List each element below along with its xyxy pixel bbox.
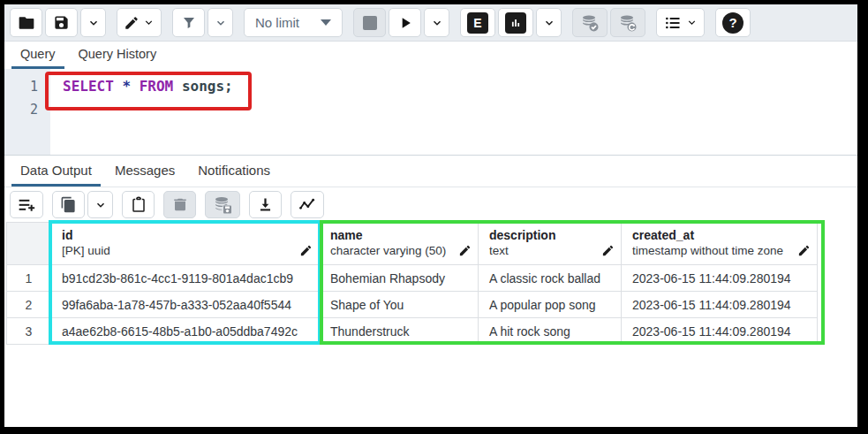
table-row: 2 99fa6aba-1a78-457b-a333-052aa40f5544 S…: [7, 292, 818, 318]
column-header-id[interactable]: id [PK] uuid: [51, 223, 320, 265]
dropdown-arrow-icon: [321, 19, 331, 26]
filter-button-group: [172, 8, 233, 37]
sql-code-area[interactable]: SELECT * FROM songs;: [50, 69, 233, 155]
chevron-down-icon: [431, 17, 443, 29]
sql-editor[interactable]: 1 2 SELECT * FROM songs;: [4, 69, 857, 156]
execute-button[interactable]: [389, 8, 421, 37]
delete-row-button[interactable]: [163, 191, 196, 218]
query-tab-bar: Query Query History: [4, 42, 857, 69]
row-number-cell[interactable]: 2: [7, 292, 51, 318]
line-number: 1: [4, 75, 38, 98]
column-header-name[interactable]: name character varying (50): [320, 223, 479, 265]
row-limit-value: No limit: [255, 15, 299, 30]
data-grid-wrap: id [PK] uuid name character varying (50): [6, 222, 857, 345]
cell-name[interactable]: Thunderstruck: [320, 318, 479, 345]
copy-button[interactable]: [52, 191, 85, 218]
row-number-cell[interactable]: 3: [7, 318, 51, 345]
cell-id[interactable]: 99fa6aba-1a78-457b-a333-052aa40f5544: [51, 292, 320, 318]
download-results-button[interactable]: [249, 191, 282, 218]
edit-dropdown-button[interactable]: [117, 8, 162, 37]
cell-description[interactable]: A popular pop song: [479, 292, 622, 318]
line-number-gutter: 1 2: [4, 69, 50, 155]
filter-funnel-icon: [181, 15, 197, 31]
cell-name[interactable]: Bohemian Rhapsody: [320, 265, 479, 292]
chevron-down-icon: [686, 17, 698, 28]
stop-button[interactable]: [353, 8, 386, 37]
copy-options-dropdown[interactable]: [87, 191, 113, 218]
chevron-down-icon: [215, 17, 227, 29]
cell-created-at[interactable]: 2023-06-15 11:44:09.280194: [622, 292, 818, 318]
pencil-icon: [124, 15, 140, 31]
chevron-down-icon: [94, 199, 107, 211]
paste-button[interactable]: [122, 191, 155, 218]
explain-icon: E: [467, 12, 488, 34]
filter-button[interactable]: [172, 8, 205, 37]
filter-options-dropdown[interactable]: [208, 8, 233, 37]
edit-column-icon[interactable]: [601, 244, 615, 257]
query-tool-window: No limit E: [0, 0, 868, 434]
save-icon: [53, 14, 70, 31]
sql-keyword-select: SELECT: [63, 78, 114, 95]
play-icon: [396, 14, 414, 32]
add-row-button[interactable]: [10, 191, 43, 218]
save-options-dropdown[interactable]: [80, 8, 106, 37]
header-row: id [PK] uuid name character varying (50): [7, 223, 818, 265]
cell-created-at[interactable]: 2023-06-15 11:44:09.280194: [622, 265, 818, 292]
select-all-corner-cell[interactable]: [7, 223, 51, 265]
cell-id[interactable]: b91cd23b-861c-4cc1-9119-801a4dac1cb9: [51, 265, 320, 292]
execute-options-dropdown[interactable]: [424, 8, 449, 37]
edit-column-icon[interactable]: [458, 244, 472, 257]
results-toolbar: [4, 187, 857, 222]
sql-keyword-from: FROM: [140, 78, 174, 95]
save-file-button[interactable]: [45, 8, 78, 37]
tab-notifications[interactable]: Notifications: [189, 157, 279, 187]
save-data-changes-button[interactable]: [205, 191, 240, 218]
graph-visualiser-button[interactable]: [291, 191, 324, 218]
explain-options-dropdown[interactable]: [536, 8, 562, 37]
sql-star-operator: *: [122, 78, 131, 95]
results-table: id [PK] uuid name character varying (50): [6, 222, 818, 345]
trash-icon: [172, 196, 188, 213]
stop-icon: [363, 16, 377, 30]
column-header-description[interactable]: description text: [479, 223, 622, 265]
tab-query-history[interactable]: Query History: [70, 42, 166, 69]
column-header-created-at[interactable]: created_at timestamp without time zone: [622, 223, 818, 265]
edit-column-icon[interactable]: [797, 244, 811, 257]
download-icon: [257, 196, 274, 213]
chevron-down-icon: [543, 17, 555, 29]
explain-button[interactable]: E: [460, 8, 495, 37]
cell-created-at[interactable]: 2023-06-15 11:44:09.280194: [622, 318, 818, 345]
tab-messages[interactable]: Messages: [106, 157, 184, 187]
row-limit-select[interactable]: No limit: [244, 8, 343, 37]
macros-dropdown-button[interactable]: [656, 8, 705, 37]
table-row: 1 b91cd23b-861c-4cc1-9119-801a4dac1cb9 B…: [7, 265, 818, 292]
line-number: 2: [4, 98, 38, 121]
transaction-button-group: [572, 8, 645, 37]
list-icon: [663, 14, 683, 32]
cell-id[interactable]: a4ae62b8-6615-48b5-a1b0-a05ddba7492c: [51, 318, 320, 345]
explain-analyze-button[interactable]: [498, 8, 533, 37]
query-toolbar: No limit E: [4, 4, 857, 42]
rollback-database-icon: [617, 12, 638, 34]
help-button[interactable]: ?: [715, 8, 751, 37]
chevron-down-icon: [143, 17, 155, 28]
edit-column-icon[interactable]: [299, 244, 313, 257]
tab-data-output[interactable]: Data Output: [11, 157, 101, 187]
cell-description[interactable]: A hit rock song: [479, 318, 622, 345]
open-file-button[interactable]: [10, 8, 42, 37]
sql-table-reference: songs;: [182, 78, 233, 95]
clipboard-icon: [131, 196, 147, 213]
rollback-button[interactable]: [610, 8, 645, 37]
edit-button-group: [117, 8, 162, 37]
help-icon: ?: [722, 12, 743, 34]
add-row-icon: [17, 196, 36, 214]
row-number-cell[interactable]: 1: [7, 265, 51, 292]
cell-name[interactable]: Shape of You: [320, 292, 479, 318]
explain-button-group: E: [460, 8, 562, 37]
help-button-group: ?: [715, 8, 751, 37]
folder-icon: [18, 14, 35, 32]
save-data-database-icon: [212, 194, 233, 216]
commit-button[interactable]: [572, 8, 608, 37]
cell-description[interactable]: A classic rock ballad: [479, 265, 622, 292]
tab-query[interactable]: Query: [11, 42, 64, 69]
